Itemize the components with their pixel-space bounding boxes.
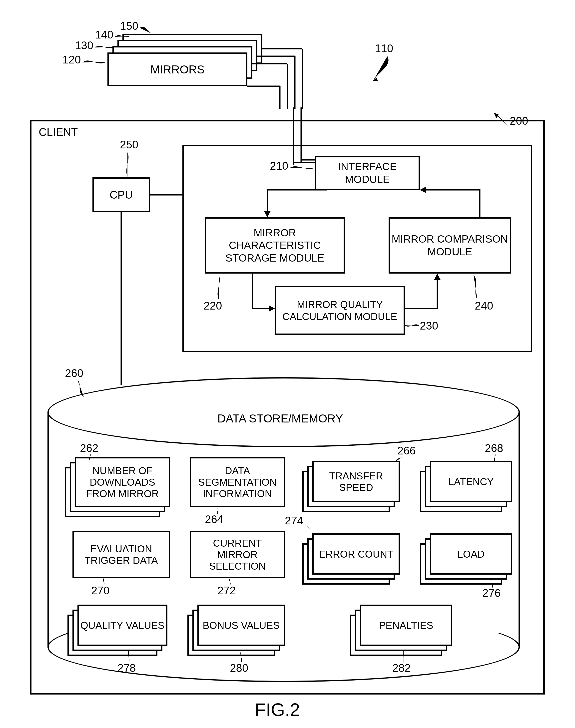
error-count-stack: ERROR COUNT <box>312 533 400 575</box>
ref-264: 264 <box>205 513 223 525</box>
lead-272 <box>226 578 234 586</box>
mirror-quality-module: MIRROR QUALITY CALCULATION MODULE <box>275 286 405 335</box>
arrow-interface-to-storage <box>265 190 330 220</box>
lead-130 <box>95 44 115 52</box>
lead-240 <box>466 275 481 300</box>
svg-marker-16 <box>264 211 271 217</box>
current-mirror-label: CURRENT MIRROR SELECTION <box>193 538 282 572</box>
ref-276: 276 <box>482 587 501 599</box>
data-store-label: DATA STORE/MEMORY <box>217 412 343 425</box>
mirrors-stack: MIRRORS <box>107 34 262 86</box>
ref-270: 270 <box>91 585 109 597</box>
lead-150 <box>140 25 153 35</box>
lead-264 <box>214 507 221 515</box>
ref-140: 140 <box>95 29 113 41</box>
lead-220 <box>214 275 224 300</box>
lead-120 <box>82 59 107 69</box>
interface-module: INTERFACE MODULE <box>315 156 420 190</box>
arrow-quality-to-comparison <box>405 274 442 314</box>
cpu-label: CPU <box>110 188 133 202</box>
lead-268 <box>491 453 499 462</box>
bonus-values-stack: BONUS VALUES <box>197 604 285 646</box>
arrow-storage-to-quality <box>250 274 277 311</box>
data-seg-label: DATA SEGMENTATION INFORMATION <box>193 465 282 499</box>
num-downloads-label: NUMBER OF DOWNLOADS FROM MIRROR <box>78 465 167 499</box>
load-stack: LOAD <box>430 533 512 575</box>
latency-stack: LATENCY <box>430 461 512 502</box>
ref-110: 110 <box>375 42 393 55</box>
figure-canvas: MIRRORS 120 130 140 150 110 CLIENT 200 C… <box>0 0 575 728</box>
lead-282 <box>400 651 407 663</box>
penalties-label: PENALTIES <box>379 620 433 631</box>
load-label: LOAD <box>458 548 485 560</box>
mirror-comparison-label: MIRROR COMPARISON MODULE <box>390 233 510 258</box>
mirror-char-storage-label: MIRROR CHARACTERISTIC STORAGE MODULE <box>206 227 344 264</box>
figure-label: FIG.2 <box>255 699 300 720</box>
ref-120: 120 <box>63 54 81 66</box>
current-mirror-box: CURRENT MIRROR SELECTION <box>190 531 285 578</box>
mirror-char-storage-module: MIRROR CHARACTERISTIC STORAGE MODULE <box>205 217 345 274</box>
lead-200 <box>495 114 512 129</box>
lead-110 <box>372 56 402 81</box>
arrow-comparison-to-interface <box>420 190 485 220</box>
svg-marker-17 <box>269 305 275 312</box>
ref-130: 130 <box>75 39 93 51</box>
ref-266: 266 <box>397 445 415 457</box>
svg-marker-18 <box>434 274 441 280</box>
ref-272: 272 <box>217 585 236 597</box>
ref-230: 230 <box>420 320 438 332</box>
lead-230 <box>405 322 420 330</box>
interface-module-label: INTERFACE MODULE <box>316 161 418 186</box>
lead-210 <box>290 165 315 172</box>
lead-276 <box>488 577 496 588</box>
ref-200: 200 <box>510 115 528 127</box>
lead-262 <box>86 453 94 461</box>
quality-values-label: QUALITY VALUES <box>80 620 164 631</box>
lead-270 <box>100 578 107 586</box>
mirror-quality-label: MIRROR QUALITY CALCULATION MODULE <box>276 299 404 322</box>
lead-250 <box>123 152 132 177</box>
latency-label: LATENCY <box>448 476 494 487</box>
transfer-speed-stack: TRANSFER SPEED <box>312 461 400 502</box>
ref-260: 260 <box>65 367 83 379</box>
lead-274 <box>302 521 315 534</box>
eval-trigger-label: EVALUATION TRIGGER DATA <box>75 543 167 566</box>
error-count-label: ERROR COUNT <box>319 548 393 560</box>
ref-240: 240 <box>475 300 493 312</box>
cpu-box: CPU <box>93 177 150 212</box>
quality-values-stack: QUALITY VALUES <box>77 604 167 646</box>
ref-210: 210 <box>270 160 288 172</box>
ref-278: 278 <box>117 662 136 674</box>
lead-266 <box>395 456 405 463</box>
ref-220: 220 <box>204 300 222 312</box>
ref-268: 268 <box>485 442 503 454</box>
cpu-to-modules-line <box>150 194 184 196</box>
ref-280: 280 <box>230 662 248 674</box>
bonus-values-label: BONUS VALUES <box>203 620 280 631</box>
ref-150: 150 <box>120 20 138 32</box>
lead-140 <box>115 34 130 41</box>
client-label: CLIENT <box>39 126 78 138</box>
cpu-to-datastore-line <box>120 212 123 385</box>
ref-282: 282 <box>392 662 411 674</box>
svg-marker-13 <box>494 113 499 118</box>
ref-262: 262 <box>80 442 98 454</box>
lead-280 <box>237 651 245 663</box>
penalties-stack: PENALTIES <box>360 604 452 646</box>
lead-278 <box>125 651 132 663</box>
mirror-comparison-module: MIRROR COMPARISON MODULE <box>388 217 511 274</box>
mirror-stack-connectors <box>247 34 323 111</box>
eval-trigger-box: EVALUATION TRIGGER DATA <box>72 531 170 578</box>
transfer-speed-label: TRANSFER SPEED <box>315 470 397 493</box>
mirrors-label: MIRRORS <box>150 63 204 76</box>
data-seg-box: DATA SEGMENTATION INFORMATION <box>190 457 285 507</box>
num-downloads-stack: NUMBER OF DOWNLOADS FROM MIRROR <box>75 457 170 507</box>
ref-274: 274 <box>285 515 303 527</box>
lead-260 <box>75 380 90 397</box>
ref-250: 250 <box>120 139 138 151</box>
